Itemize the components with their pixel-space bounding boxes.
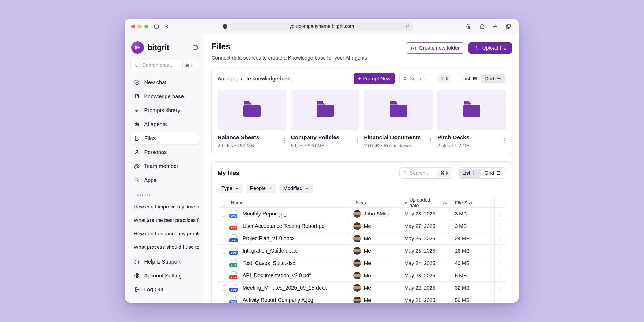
row-checkbox[interactable] (222, 285, 227, 291)
list-view-button[interactable]: List (459, 169, 481, 178)
sidebar-item-label: Files (144, 135, 156, 141)
uploaded-date: May 27, 2025 (404, 223, 435, 229)
forward-button-icon[interactable] (175, 24, 181, 29)
grid-view-button[interactable]: Grid (481, 74, 505, 83)
row-options-icon[interactable] (499, 210, 502, 217)
row-options-icon[interactable] (499, 284, 502, 291)
chat-history-item[interactable]: How can I improve my time man... (130, 201, 199, 213)
folder-more-icon[interactable] (503, 137, 506, 144)
sidebar-collapse-icon[interactable] (192, 44, 199, 51)
address-bar[interactable]: yourcompanyname.bitgrit.com (230, 22, 413, 31)
file-name[interactable]: Meeting_Minutes_2025_09_15.docx (243, 285, 327, 291)
table-row[interactable]: JPG Monthly Report.jpg John SMith May 28… (218, 207, 506, 220)
table-row[interactable]: DOC Meeting_Minutes_2025_09_15.docx Me M… (218, 281, 506, 294)
table-row[interactable]: XLS Test_Cases_Suite.xlsx Me May 24, 202… (218, 257, 506, 269)
chat-history-item[interactable]: What process should I use to... (130, 241, 199, 253)
filter-people-dropdown[interactable]: People (246, 184, 276, 193)
sidebar-item-account-setting[interactable]: Account Setting (130, 269, 199, 282)
file-name[interactable]: Test_Cases_Suite.xlsx (243, 260, 295, 266)
file-name[interactable]: Integration_Guide.docx (243, 248, 297, 254)
reload-icon[interactable] (405, 24, 410, 29)
folder-card-financial-documents[interactable]: Financial Documents 2.0 GB • Robbi Darwi… (364, 90, 433, 149)
knowledge-search-field[interactable] (410, 76, 436, 82)
fullscreen-window-button[interactable] (144, 25, 148, 28)
row-options-icon[interactable] (499, 297, 502, 303)
table-row[interactable]: PDF User Acceptance Testing Report.pdf M… (218, 220, 506, 232)
sort-descending-icon[interactable] (442, 200, 447, 206)
file-size: 24 MB (455, 236, 470, 241)
create-new-folder-button[interactable]: Create new folder (406, 42, 464, 54)
tab-overview-icon[interactable] (505, 23, 511, 30)
uploaded-date: May 25, 2025 (404, 248, 435, 254)
folder-name: Pitch Decks (437, 134, 498, 141)
table-options-icon[interactable] (499, 199, 502, 206)
browser-sidebar-toggle-icon[interactable] (153, 24, 159, 30)
chat-history-item[interactable]: What are the best practices for... (130, 215, 199, 226)
my-files-search-input[interactable]: ⌘ K (399, 167, 453, 179)
file-name[interactable]: Monthly Report.jpg (243, 211, 287, 217)
row-options-icon[interactable] (499, 260, 502, 267)
file-name[interactable]: ProjectPlan_v1.0.docx (243, 235, 295, 241)
sidebar-item-apps[interactable]: Apps (130, 174, 199, 186)
row-options-icon[interactable] (499, 223, 502, 230)
list-view-button[interactable]: List (459, 74, 481, 83)
upload-file-button[interactable]: Upload file (468, 42, 512, 54)
column-header-uploaded-date[interactable]: Uploaded date (409, 198, 440, 208)
table-row[interactable]: DOC ProjectPlan_v1.0.docx Me May 26, 202… (218, 232, 506, 244)
minimize-window-button[interactable] (138, 25, 142, 28)
table-row[interactable]: PDF API_Documentation_v2.0.pdf Me May 23… (218, 269, 506, 281)
table-row[interactable]: JPG Activity Report Company A.jpg Me May… (218, 294, 506, 303)
row-checkbox[interactable] (222, 248, 227, 254)
bitgrit-logo-icon (131, 41, 144, 54)
folder-more-icon[interactable] (283, 137, 286, 144)
filter-type-dropdown[interactable]: Type (218, 184, 243, 193)
sidebar-item-prompts-library[interactable]: Prompts library (130, 104, 199, 116)
chat-history-item[interactable]: How can I enhance my problem... (130, 228, 199, 239)
folder-card-company-policies[interactable]: Company Policies 5 files • 900 MB (291, 90, 359, 149)
grid-view-button[interactable]: Grid (481, 169, 505, 178)
back-button-icon[interactable] (165, 24, 170, 29)
file-name[interactable]: API_Documentation_v2.0.pdf (243, 272, 311, 279)
chat-search-field[interactable] (142, 62, 180, 68)
sidebar: bitgrit ⌘ F New chat Knowl (125, 34, 204, 303)
row-options-icon[interactable] (499, 235, 502, 242)
row-checkbox[interactable] (222, 273, 227, 278)
sidebar-nav: New chat Knowledge base Prompts library … (130, 76, 199, 188)
file-name[interactable]: Activity Report Company A.jpg (243, 297, 313, 303)
select-all-checkbox[interactable] (222, 200, 227, 206)
browser-toolbar: yourcompanyname.bitgrit.com (125, 19, 519, 34)
sidebar-item-personas[interactable]: Personas (130, 146, 199, 158)
file-name[interactable]: User Acceptance Testing Report.pdf (243, 223, 326, 229)
row-options-icon[interactable] (499, 272, 502, 279)
sidebar-item-knowledge-base[interactable]: Knowledge base (130, 90, 199, 103)
sidebar-item-log-out[interactable]: Log Out (130, 283, 199, 296)
row-checkbox[interactable] (222, 224, 227, 229)
table-row[interactable]: DOC Integration_Guide.docx Me May 25, 20… (218, 244, 506, 257)
folder-more-icon[interactable] (356, 137, 359, 144)
sidebar-item-ai-agents[interactable]: AI agents (130, 118, 199, 130)
share-icon[interactable] (479, 23, 485, 30)
downloads-icon[interactable] (466, 23, 472, 30)
prompt-new-button[interactable]: + Prompt New (354, 73, 395, 84)
sidebar-item-team-member[interactable]: @ Team member (130, 160, 199, 172)
knowledge-search-input[interactable]: ⌘ K (399, 73, 453, 84)
folder-card-balance-sheets[interactable]: Balance Sheets 20 files • 150 MB (218, 90, 286, 149)
sidebar-item-new-chat[interactable]: New chat (130, 76, 199, 89)
search-icon (403, 171, 408, 175)
folder-card-pitch-decks[interactable]: Pitch Decks 2 files • 1.2 GB (437, 90, 506, 149)
new-tab-icon[interactable] (492, 23, 498, 30)
row-checkbox[interactable] (222, 236, 227, 241)
sidebar-item-files[interactable]: Files (130, 132, 199, 144)
filter-modified-dropdown[interactable]: Modified (279, 184, 313, 193)
row-options-icon[interactable] (499, 247, 502, 254)
row-checkbox[interactable] (222, 261, 227, 266)
folder-more-icon[interactable] (429, 137, 433, 144)
row-checkbox[interactable] (222, 298, 227, 303)
my-files-search-field[interactable] (410, 170, 436, 176)
row-checkbox[interactable] (222, 211, 227, 217)
close-window-button[interactable] (131, 25, 135, 28)
privacy-shield-icon[interactable] (223, 24, 227, 29)
sidebar-item-label: Team member (144, 163, 178, 169)
sidebar-item-help-support[interactable]: Help & Support (130, 255, 199, 268)
chat-search-input[interactable]: ⌘ F (130, 60, 199, 71)
